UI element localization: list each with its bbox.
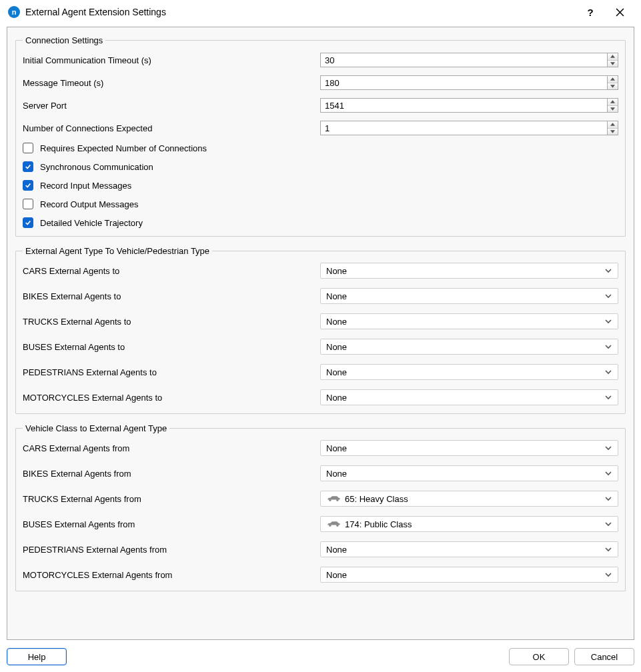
requires-checkbox-row[interactable]: Requires Expected Number of Connections — [23, 143, 618, 153]
select-dropdown[interactable]: None — [320, 541, 618, 557]
select-row: BUSES External Agents toNone — [23, 339, 618, 355]
select-value: 174: Public Class — [345, 519, 604, 529]
initial-timeout-label: Initial Communication Timeout (s) — [23, 55, 320, 65]
close-button[interactable] — [606, 3, 633, 21]
cancel-button[interactable]: Cancel — [574, 648, 634, 665]
help-button[interactable]: Help — [7, 648, 67, 665]
row-initial-timeout: Initial Communication Timeout (s) — [23, 52, 618, 68]
svg-point-2 — [329, 525, 331, 527]
chevron-down-icon — [604, 520, 612, 528]
select-dropdown[interactable]: 65: Heavy Class — [320, 491, 618, 507]
from-vehicle-legend: Vehicle Class to External Agent Type — [23, 423, 169, 433]
chevron-down-icon — [604, 545, 612, 553]
select-value: None — [326, 545, 604, 555]
initial-timeout-spinner[interactable] — [320, 53, 618, 67]
select-value: None — [326, 367, 604, 377]
num-connections-label: Number of Connections Expected — [23, 123, 320, 133]
svg-point-3 — [336, 525, 338, 527]
select-dropdown[interactable]: None — [320, 567, 618, 583]
spin-up-icon[interactable] — [608, 99, 618, 105]
select-row: TRUCKS External Agents toNone — [23, 313, 618, 329]
select-row: PEDESTRIANS External Agents fromNone — [23, 541, 618, 557]
select-label: CARS External Agents from — [23, 443, 320, 453]
sync-checkbox[interactable] — [23, 161, 33, 172]
select-dropdown[interactable]: 174: Public Class — [320, 516, 618, 532]
spin-up-icon[interactable] — [608, 53, 618, 60]
titlebar: n External Agent Extension Settings ? — [0, 0, 641, 24]
server-port-label: Server Port — [23, 101, 320, 111]
select-row: CARS External Agents fromNone — [23, 440, 618, 456]
chevron-down-icon — [604, 571, 612, 579]
chevron-down-icon — [604, 292, 612, 300]
select-dropdown[interactable]: None — [320, 389, 618, 405]
chevron-down-icon — [604, 267, 612, 275]
chevron-down-icon — [604, 368, 612, 376]
select-dropdown[interactable]: None — [320, 313, 618, 329]
app-icon: n — [8, 6, 20, 18]
chevron-down-icon — [604, 343, 612, 351]
select-value: None — [326, 393, 604, 403]
select-value: None — [326, 291, 604, 301]
spin-down-icon[interactable] — [608, 83, 618, 90]
select-label: TRUCKS External Agents to — [23, 317, 320, 327]
spin-up-icon[interactable] — [608, 76, 618, 83]
select-value: None — [326, 469, 604, 479]
detailed-traj-checkbox[interactable] — [23, 217, 33, 228]
select-value: 65: Heavy Class — [345, 494, 604, 504]
sync-label: Synchronous Communication — [40, 162, 153, 172]
ok-button[interactable]: OK — [509, 648, 569, 665]
record-input-checkbox[interactable] — [23, 180, 33, 191]
select-dropdown[interactable]: None — [320, 465, 618, 481]
svg-point-1 — [336, 499, 338, 501]
select-row: BIKES External Agents fromNone — [23, 465, 618, 481]
select-dropdown[interactable]: None — [320, 440, 618, 456]
chevron-down-icon — [604, 393, 612, 401]
select-label: PEDESTRIANS External Agents from — [23, 545, 320, 555]
select-row: CARS External Agents toNone — [23, 263, 618, 279]
spin-up-icon[interactable] — [608, 121, 618, 128]
select-row: BUSES External Agents from174: Public Cl… — [23, 516, 618, 532]
initial-timeout-input[interactable] — [320, 53, 607, 67]
select-label: BIKES External Agents to — [23, 291, 320, 301]
detailed-traj-checkbox-row[interactable]: Detailed Vehicle Trajectory — [23, 217, 618, 228]
select-row: PEDESTRIANS External Agents toNone — [23, 364, 618, 380]
select-label: PEDESTRIANS External Agents to — [23, 367, 320, 377]
record-input-checkbox-row[interactable]: Record Input Messages — [23, 180, 618, 191]
select-dropdown[interactable]: None — [320, 263, 618, 279]
message-timeout-spinner[interactable] — [320, 75, 618, 90]
from-vehicle-group: Vehicle Class to External Agent Type CAR… — [15, 423, 626, 591]
detailed-traj-label: Detailed Vehicle Trajectory — [40, 218, 143, 228]
sync-checkbox-row[interactable]: Synchronous Communication — [23, 161, 618, 172]
select-dropdown[interactable]: None — [320, 339, 618, 355]
row-num-connections: Number of Connections Expected — [23, 120, 618, 136]
context-help-button[interactable]: ? — [577, 7, 604, 18]
spin-down-icon[interactable] — [608, 128, 618, 135]
record-input-label: Record Input Messages — [40, 181, 131, 191]
server-port-input[interactable] — [320, 98, 607, 113]
message-timeout-input[interactable] — [320, 75, 607, 90]
select-dropdown[interactable]: None — [320, 288, 618, 304]
record-output-checkbox[interactable] — [23, 199, 33, 209]
spin-down-icon[interactable] — [608, 105, 618, 113]
connection-settings-legend: Connection Settings — [23, 35, 105, 45]
to-vehicle-group: External Agent Type To Vehicle/Pedestria… — [15, 246, 626, 414]
record-output-checkbox-row[interactable]: Record Output Messages — [23, 199, 618, 209]
server-port-spinner[interactable] — [320, 98, 618, 113]
num-connections-spinner[interactable] — [320, 121, 618, 135]
spin-down-icon[interactable] — [608, 60, 618, 67]
num-connections-input[interactable] — [320, 121, 607, 135]
select-row: TRUCKS External Agents from65: Heavy Cla… — [23, 491, 618, 507]
select-label: MOTORCYCLES External Agents from — [23, 570, 320, 580]
select-value: None — [326, 266, 604, 276]
chevron-down-icon — [604, 469, 612, 477]
chevron-down-icon — [604, 317, 612, 325]
requires-checkbox[interactable] — [23, 143, 33, 153]
record-output-label: Record Output Messages — [40, 199, 138, 209]
select-label: BUSES External Agents from — [23, 519, 320, 529]
select-row: MOTORCYCLES External Agents toNone — [23, 389, 618, 405]
select-value: None — [326, 342, 604, 352]
message-timeout-label: Message Timeout (s) — [23, 78, 320, 88]
select-dropdown[interactable]: None — [320, 364, 618, 380]
footer: Help OK Cancel — [7, 648, 634, 665]
svg-point-0 — [329, 499, 331, 501]
